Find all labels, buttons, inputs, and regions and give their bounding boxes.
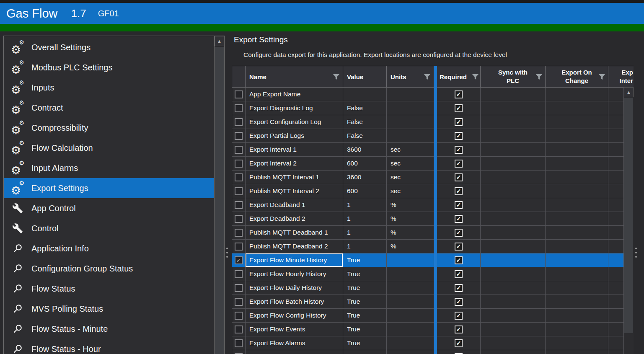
sync-with-plc-cell[interactable] xyxy=(481,184,546,198)
required-cell[interactable]: ✓ xyxy=(437,253,481,267)
table-row[interactable]: Export Flow EventsTrue✓ xyxy=(232,323,634,336)
sync-with-plc-cell[interactable] xyxy=(481,101,546,115)
filter-icon[interactable] xyxy=(472,73,479,80)
value-cell[interactable]: 1 xyxy=(343,240,387,253)
sync-with-plc-cell[interactable] xyxy=(481,253,546,267)
table-row[interactable]: Export Diagnostic LogFalse✓ xyxy=(232,101,634,115)
row-select-cell[interactable] xyxy=(232,323,246,336)
row-select-cell[interactable] xyxy=(232,88,246,101)
units-cell[interactable] xyxy=(387,267,434,281)
required-cell[interactable]: ✓ xyxy=(437,143,481,157)
row-select-cell[interactable] xyxy=(232,157,246,171)
sync-with-plc-cell[interactable] xyxy=(481,267,546,281)
value-cell[interactable] xyxy=(343,350,387,354)
row-checkbox[interactable] xyxy=(235,229,243,237)
header-name[interactable]: Name xyxy=(246,66,343,88)
row-select-cell[interactable] xyxy=(232,129,246,143)
sidebar-item-export-settings[interactable]: ⚙⚙Export Settings xyxy=(4,178,214,198)
required-cell[interactable]: ✓ xyxy=(437,212,481,226)
name-cell[interactable]: Export Flow Batch History xyxy=(246,295,343,309)
required-cell[interactable]: ✓ xyxy=(437,101,481,115)
name-cell[interactable]: Export Interval 2 xyxy=(246,157,343,171)
export-on-change-cell[interactable] xyxy=(546,240,608,253)
sidebar-item-application-info[interactable]: Application Info xyxy=(4,238,214,258)
row-checkbox[interactable] xyxy=(235,339,243,347)
required-checkbox[interactable]: ✓ xyxy=(455,90,463,98)
table-row[interactable]: Publish MQTT Deadband 21%✓ xyxy=(232,240,634,253)
units-cell[interactable] xyxy=(387,101,434,115)
name-cell[interactable]: Export Partial Logs xyxy=(246,129,343,143)
sync-with-plc-cell[interactable] xyxy=(481,129,546,143)
sync-with-plc-cell[interactable] xyxy=(481,171,546,184)
table-row[interactable]: Export Flow Hourly HistoryTrue✓ xyxy=(232,267,634,281)
sync-with-plc-cell[interactable] xyxy=(481,323,546,336)
filter-icon[interactable] xyxy=(333,73,340,80)
row-select-cell[interactable] xyxy=(232,267,246,281)
units-cell[interactable]: sec xyxy=(387,184,434,198)
row-select-cell[interactable] xyxy=(232,309,246,323)
value-cell[interactable]: 1 xyxy=(343,212,387,226)
value-cell[interactable]: True xyxy=(343,281,387,295)
row-checkbox[interactable] xyxy=(235,104,243,112)
name-cell[interactable]: Export Flow Alarms xyxy=(246,336,343,350)
row-select-cell[interactable] xyxy=(232,184,246,198)
table-row[interactable]: Export Deadband 11%✓ xyxy=(232,198,634,212)
table-row[interactable]: App Export Name✓ xyxy=(232,88,634,101)
required-checkbox[interactable]: ✓ xyxy=(455,173,463,181)
required-checkbox[interactable]: ✓ xyxy=(455,270,463,278)
required-checkbox[interactable]: ✓ xyxy=(455,243,463,251)
sync-with-plc-cell[interactable] xyxy=(481,198,546,212)
value-cell[interactable]: True xyxy=(343,309,387,323)
units-cell[interactable]: % xyxy=(387,212,434,226)
name-cell[interactable]: Export Flow Events xyxy=(246,323,343,336)
units-cell[interactable] xyxy=(387,336,434,350)
sync-with-plc-cell[interactable] xyxy=(481,226,546,240)
header-value[interactable]: Value xyxy=(343,66,387,88)
row-select-cell[interactable] xyxy=(232,350,246,354)
sync-with-plc-cell[interactable] xyxy=(481,240,546,253)
name-cell[interactable]: Export Diagnostic Log xyxy=(246,101,343,115)
row-select-cell[interactable] xyxy=(232,101,246,115)
required-checkbox[interactable]: ✓ xyxy=(455,215,463,223)
units-cell[interactable]: % xyxy=(387,240,434,253)
value-cell[interactable]: 1 xyxy=(343,198,387,212)
export-on-change-cell[interactable] xyxy=(546,143,608,157)
value-cell[interactable]: 3600 xyxy=(343,143,387,157)
required-cell[interactable]: ✓ xyxy=(437,184,481,198)
table-row[interactable]: Export Flow Batch HistoryTrue✓ xyxy=(232,295,634,309)
value-cell[interactable]: True xyxy=(343,295,387,309)
row-select-cell[interactable] xyxy=(232,115,246,129)
row-checkbox[interactable] xyxy=(235,132,243,140)
sidebar-item-configuration-group-status[interactable]: Configuration Group Status xyxy=(4,258,214,279)
sync-with-plc-cell[interactable] xyxy=(481,115,546,129)
filter-icon[interactable] xyxy=(424,73,431,80)
units-cell[interactable] xyxy=(387,309,434,323)
required-checkbox[interactable]: ✓ xyxy=(455,118,463,126)
units-cell[interactable]: % xyxy=(387,226,434,240)
required-checkbox[interactable]: ✓ xyxy=(455,256,463,264)
units-cell[interactable]: sec xyxy=(387,143,434,157)
required-checkbox[interactable]: ✓ xyxy=(455,312,463,320)
sidebar-item-modbus-plc-settings[interactable]: ⚙⚙Modbus PLC Settings xyxy=(4,57,214,78)
export-on-change-cell[interactable] xyxy=(546,88,608,101)
export-on-change-cell[interactable] xyxy=(546,184,608,198)
export-on-change-cell[interactable] xyxy=(546,129,608,143)
sidebar-item-flow-status-hour[interactable]: Flow Status - Hour xyxy=(4,339,214,354)
name-cell[interactable] xyxy=(246,350,343,354)
required-cell[interactable]: ✓ xyxy=(437,198,481,212)
required-cell[interactable]: ✓ xyxy=(437,336,481,350)
required-checkbox[interactable]: ✓ xyxy=(455,104,463,112)
name-cell[interactable]: Export Flow Minute History xyxy=(246,253,343,267)
required-cell[interactable]: ✓ xyxy=(437,171,481,184)
name-cell[interactable]: Publish MQTT Interval 1 xyxy=(246,171,343,184)
required-cell[interactable]: ✓ xyxy=(437,129,481,143)
export-on-change-cell[interactable] xyxy=(546,323,608,336)
sidebar-item-input-alarms[interactable]: ⚙⚙Input Alarms xyxy=(4,158,214,178)
units-cell[interactable] xyxy=(387,295,434,309)
required-cell[interactable]: ✓ xyxy=(437,226,481,240)
required-cell[interactable]: ✓ xyxy=(437,309,481,323)
export-on-change-cell[interactable] xyxy=(546,336,608,350)
row-checkbox[interactable] xyxy=(235,270,243,278)
sync-with-plc-cell[interactable] xyxy=(481,157,546,171)
sidebar-item-flow-status-minute[interactable]: Flow Status - Minute xyxy=(4,319,214,339)
